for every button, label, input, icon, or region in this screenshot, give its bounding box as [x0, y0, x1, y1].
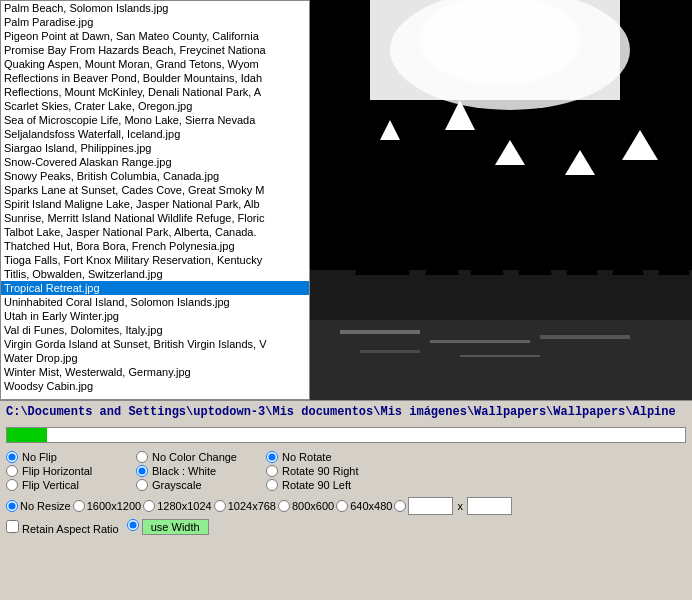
list-item[interactable]: Virgin Gorda Island at Sunset, British V…	[1, 337, 309, 351]
flip-horizontal-radio[interactable]	[6, 465, 18, 477]
flip-group: No Flip Flip Horizontal Flip Vertical	[6, 451, 136, 491]
svg-rect-36	[540, 335, 630, 339]
list-item[interactable]: Snow-Covered Alaskan Range.jpg	[1, 155, 309, 169]
custom-width-input[interactable]	[408, 497, 453, 515]
list-item[interactable]: Reflections, Mount McKinley, Denali Nati…	[1, 85, 309, 99]
use-width-radio[interactable]	[127, 519, 139, 531]
640x480-item[interactable]: 640x480	[336, 500, 392, 512]
no-rotate-label: No Rotate	[282, 451, 332, 463]
800x600-label: 800x600	[292, 500, 334, 512]
flip-vertical-item[interactable]: Flip Vertical	[6, 479, 136, 491]
no-resize-item[interactable]: No Resize	[6, 500, 71, 512]
list-item[interactable]: Uninhabited Coral Island, Solomon Island…	[1, 295, 309, 309]
list-item[interactable]: Titlis, Obwalden, Switzerland.jpg	[1, 267, 309, 281]
list-item[interactable]: Scarlet Skies, Crater Lake, Oregon.jpg	[1, 99, 309, 113]
1600x1200-item[interactable]: 1600x1200	[73, 500, 141, 512]
options-row-main: No Flip Flip Horizontal Flip Vertical No…	[6, 451, 686, 491]
file-list[interactable]: Palm Beach, Solomon Islands.jpgPalm Para…	[1, 1, 309, 393]
grayscale-item[interactable]: Grayscale	[136, 479, 266, 491]
rotate-90-right-item[interactable]: Rotate 90 Right	[266, 465, 396, 477]
color-group: No Color Change Black : White Grayscale	[136, 451, 266, 491]
use-width-button[interactable]: use Width	[142, 519, 209, 535]
progress-bar-fill	[7, 428, 47, 442]
path-text: C:\Documents and Settings\uptodown-3\Mis…	[6, 405, 676, 419]
list-item[interactable]: Winter Mist, Westerwald, Germany.jpg	[1, 365, 309, 379]
svg-rect-35	[430, 340, 530, 343]
top-section: Palm Beach, Solomon Islands.jpgPalm Para…	[0, 0, 692, 400]
no-rotate-item[interactable]: No Rotate	[266, 451, 396, 463]
1280x1024-item[interactable]: 1280x1024	[143, 500, 211, 512]
custom-resize-radio[interactable]	[394, 500, 406, 512]
preview-image	[310, 0, 692, 400]
rotate-group: No Rotate Rotate 90 Right Rotate 90 Left	[266, 451, 396, 491]
800x600-radio[interactable]	[278, 500, 290, 512]
list-item[interactable]: Siargao Island, Philippines.jpg	[1, 141, 309, 155]
list-item[interactable]: Reflections in Beaver Pond, Boulder Moun…	[1, 71, 309, 85]
svg-rect-37	[360, 350, 420, 353]
progress-bar-container	[6, 427, 686, 443]
flip-vertical-label: Flip Vertical	[22, 479, 79, 491]
no-resize-radio[interactable]	[6, 500, 18, 512]
list-item[interactable]: Spirit Island Maligne Lake, Jasper Natio…	[1, 197, 309, 211]
list-item[interactable]: Tioga Falls, Fort Knox Military Reservat…	[1, 253, 309, 267]
list-item[interactable]: Sparks Lane at Sunset, Cades Cove, Great…	[1, 183, 309, 197]
rotate-90-left-item[interactable]: Rotate 90 Left	[266, 479, 396, 491]
main-container: Palm Beach, Solomon Islands.jpgPalm Para…	[0, 0, 692, 600]
retain-aspect-item[interactable]: Retain Aspect Ratio	[6, 520, 119, 535]
file-list-container[interactable]: Palm Beach, Solomon Islands.jpgPalm Para…	[0, 0, 310, 400]
resize-row: No Resize 1600x1200 1280x1024 1024x768 8…	[6, 497, 686, 515]
list-item[interactable]: Tropical Retreat.jpg	[1, 281, 309, 295]
1024x768-item[interactable]: 1024x768	[214, 500, 276, 512]
no-color-change-item[interactable]: No Color Change	[136, 451, 266, 463]
use-width-item[interactable]: use Width	[127, 519, 209, 535]
path-bar: C:\Documents and Settings\uptodown-3\Mis…	[0, 400, 692, 423]
1280x1024-radio[interactable]	[143, 500, 155, 512]
list-item[interactable]: Val di Funes, Dolomites, Italy.jpg	[1, 323, 309, 337]
1024x768-radio[interactable]	[214, 500, 226, 512]
list-item[interactable]: Thatched Hut, Bora Bora, French Polynesi…	[1, 239, 309, 253]
list-item[interactable]: Sea of Microscopie Life, Mono Lake, Sier…	[1, 113, 309, 127]
list-item[interactable]: Palm Paradise.jpg	[1, 15, 309, 29]
no-flip-item[interactable]: No Flip	[6, 451, 136, 463]
black-white-radio[interactable]	[136, 465, 148, 477]
list-item[interactable]: Woodsy Cabin.jpg	[1, 379, 309, 393]
rotate-90-left-radio[interactable]	[266, 479, 278, 491]
list-item[interactable]: Promise Bay From Hazards Beach, Freycine…	[1, 43, 309, 57]
no-resize-label: No Resize	[20, 500, 71, 512]
black-white-label: Black : White	[152, 465, 216, 477]
list-item[interactable]: Utah in Early Winter.jpg	[1, 309, 309, 323]
list-item[interactable]: Pigeon Point at Dawn, San Mateo County, …	[1, 29, 309, 43]
1024x768-label: 1024x768	[228, 500, 276, 512]
list-item[interactable]: Water Drop.jpg	[1, 351, 309, 365]
no-flip-label: No Flip	[22, 451, 57, 463]
no-rotate-radio[interactable]	[266, 451, 278, 463]
no-color-change-label: No Color Change	[152, 451, 237, 463]
list-item[interactable]: Quaking Aspen, Mount Moran, Grand Tetons…	[1, 57, 309, 71]
list-item[interactable]: Palm Beach, Solomon Islands.jpg	[1, 1, 309, 15]
svg-rect-38	[460, 355, 540, 357]
list-item[interactable]: Sunrise, Merritt Island National Wildlif…	[1, 211, 309, 225]
rotate-90-right-label: Rotate 90 Right	[282, 465, 358, 477]
no-color-change-radio[interactable]	[136, 451, 148, 463]
640x480-radio[interactable]	[336, 500, 348, 512]
rotate-90-left-label: Rotate 90 Left	[282, 479, 351, 491]
flip-vertical-radio[interactable]	[6, 479, 18, 491]
retain-aspect-label: Retain Aspect Ratio	[22, 523, 119, 535]
list-item[interactable]: Seljalandsfoss Waterfall, Iceland.jpg	[1, 127, 309, 141]
retain-aspect-checkbox[interactable]	[6, 520, 19, 533]
no-flip-radio[interactable]	[6, 451, 18, 463]
list-item[interactable]: Talbot Lake, Jasper National Park, Alber…	[1, 225, 309, 239]
flip-horizontal-item[interactable]: Flip Horizontal	[6, 465, 136, 477]
custom-height-input[interactable]	[467, 497, 512, 515]
1600x1200-radio[interactable]	[73, 500, 85, 512]
image-preview	[310, 0, 692, 400]
flip-horizontal-label: Flip Horizontal	[22, 465, 92, 477]
1280x1024-label: 1280x1024	[157, 500, 211, 512]
svg-rect-34	[340, 330, 420, 334]
rotate-90-right-radio[interactable]	[266, 465, 278, 477]
black-white-item[interactable]: Black : White	[136, 465, 266, 477]
800x600-item[interactable]: 800x600	[278, 500, 334, 512]
list-item[interactable]: Snowy Peaks, British Columbia, Canada.jp…	[1, 169, 309, 183]
grayscale-radio[interactable]	[136, 479, 148, 491]
640x480-label: 640x480	[350, 500, 392, 512]
